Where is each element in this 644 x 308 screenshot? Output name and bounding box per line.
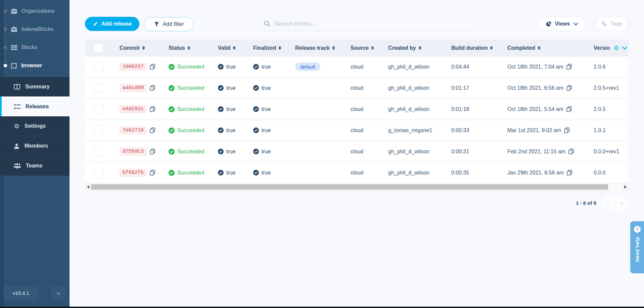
success-check-icon: [169, 85, 175, 91]
sidebar-item-members[interactable]: Members: [0, 136, 70, 156]
column-header-source[interactable]: Source: [342, 39, 379, 56]
column-header-release-track[interactable]: Release track: [287, 39, 342, 56]
gear-icon: ⚙: [14, 123, 19, 129]
check-icon: [218, 85, 224, 91]
nav-timeline-dot: [4, 9, 7, 13]
column-header-commit[interactable]: Commit: [114, 39, 161, 56]
check-icon: [253, 85, 259, 91]
need-help-tab[interactable]: ? Need help: [630, 221, 644, 273]
valid-value: true: [218, 85, 236, 91]
commit-hash[interactable]: 7eb2718: [120, 126, 147, 134]
copy-icon[interactable]: [564, 127, 569, 133]
build-duration-value: 0:01:18: [443, 100, 500, 119]
bottom-edge-strip: [0, 307, 644, 308]
next-page-button[interactable]: ›: [615, 194, 628, 211]
app-version-button[interactable]: v10.4.1: [4, 286, 38, 300]
briefcase-icon: [11, 27, 17, 32]
valid-value: true: [218, 149, 236, 155]
sidebar-item-label: Teams: [26, 163, 43, 169]
row-checkbox[interactable]: [94, 83, 103, 93]
column-header-created-by[interactable]: Created by: [379, 39, 443, 56]
select-all-checkbox[interactable]: [94, 43, 103, 53]
search-input[interactable]: [274, 21, 462, 27]
copy-icon[interactable]: [150, 85, 155, 91]
views-label: Views: [555, 21, 570, 27]
sort-icon: [332, 46, 335, 50]
scroll-right-arrow[interactable]: [623, 184, 628, 190]
copy-icon[interactable]: [150, 149, 155, 154]
scroll-left-arrow[interactable]: [85, 184, 91, 190]
check-icon: [218, 127, 224, 133]
valid-value: true: [218, 64, 236, 70]
check-icon: [218, 149, 224, 154]
copy-icon[interactable]: [566, 85, 572, 91]
finalized-value: true: [253, 106, 271, 112]
column-header-valid[interactable]: Valid: [210, 39, 245, 56]
row-checkbox[interactable]: [94, 126, 103, 135]
add-filter-label: Add filter: [163, 21, 184, 27]
copy-icon[interactable]: [566, 106, 572, 112]
column-header-completed[interactable]: Completed: [500, 39, 584, 56]
created-by-value: gh_phil_d_wilson: [379, 57, 443, 76]
sidebar-item-summary[interactable]: Summary: [0, 77, 70, 97]
collapse-sidebar-button[interactable]: «: [51, 286, 66, 300]
copy-icon[interactable]: [150, 106, 155, 112]
add-release-button[interactable]: Add release: [85, 17, 139, 31]
help-hexagon-icon: ?: [633, 225, 641, 233]
finalized-value: true: [253, 170, 271, 176]
sidebar-item-balenablocks[interactable]: balenaBlocks: [0, 20, 70, 38]
chevron-down-icon[interactable]: [622, 46, 627, 50]
commit-hash[interactable]: a4bcd99: [120, 84, 147, 92]
column-settings-gear-icon[interactable]: ⚙: [614, 44, 619, 51]
status-value: Succeeded: [169, 170, 204, 176]
scrollbar-track[interactable]: [91, 184, 623, 190]
copy-icon[interactable]: [150, 170, 155, 176]
status-value: Succeeded: [169, 64, 204, 70]
tag-icon: [601, 21, 607, 27]
views-button[interactable]: Views: [538, 17, 586, 31]
finalized-value: true: [253, 85, 271, 91]
copy-icon[interactable]: [150, 127, 155, 133]
source-value: cloud: [342, 100, 379, 119]
scrollbar-thumb[interactable]: [91, 184, 608, 190]
column-header-version[interactable]: Version ⚙: [584, 39, 629, 56]
svg-text:?: ?: [636, 227, 639, 232]
copy-icon[interactable]: [568, 149, 574, 154]
commit-hash[interactable]: bf662fb: [120, 168, 147, 177]
commit-hash[interactable]: 1600257: [120, 63, 147, 71]
sidebar-item-organizations[interactable]: Organizations: [0, 2, 70, 20]
previous-page-button[interactable]: ‹: [601, 194, 615, 211]
copy-icon[interactable]: [567, 170, 572, 176]
column-header-status[interactable]: Status: [161, 39, 210, 56]
sidebar-item-browser[interactable]: browser: [0, 56, 70, 75]
sort-icon: [490, 46, 493, 50]
copy-icon[interactable]: [150, 64, 155, 70]
check-icon: [253, 149, 259, 154]
app-icon: [11, 63, 17, 69]
horizontal-scrollbar[interactable]: [85, 184, 629, 190]
teams-icon: [14, 163, 21, 168]
sidebar-item-teams[interactable]: Teams: [0, 156, 70, 176]
commit-hash[interactable]: d755dc3: [120, 147, 147, 156]
check-icon: [253, 170, 259, 176]
tags-label: Tags: [610, 21, 623, 27]
check-icon: [253, 106, 259, 112]
column-header-build-duration[interactable]: Build duration: [443, 39, 500, 56]
sidebar-item-settings[interactable]: ⚙ Settings: [0, 116, 70, 136]
sidebar-item-blocks[interactable]: Blocks: [0, 38, 70, 56]
sidebar-item-releases[interactable]: Releases: [0, 97, 70, 116]
column-header-finalized[interactable]: Finalized: [245, 39, 287, 56]
copy-icon[interactable]: [566, 64, 572, 70]
add-filter-button[interactable]: Add filter: [144, 17, 194, 31]
row-checkbox[interactable]: [94, 105, 103, 114]
row-checkbox[interactable]: [94, 62, 103, 72]
source-value: cloud: [342, 78, 379, 98]
tags-button[interactable]: Tags: [596, 17, 628, 31]
sort-icon: [371, 46, 374, 50]
finalized-value: true: [253, 127, 271, 133]
commit-hash[interactable]: e8d292c: [120, 105, 147, 113]
pagination-label: 1 - 6 of 6: [576, 200, 596, 206]
source-value: cloud: [342, 57, 379, 76]
row-checkbox[interactable]: [94, 168, 103, 178]
row-checkbox[interactable]: [94, 147, 103, 156]
